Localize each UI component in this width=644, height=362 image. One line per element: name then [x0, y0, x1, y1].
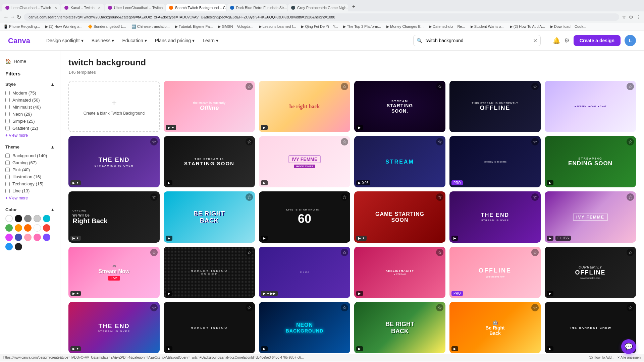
template-card-neon-bg[interactable]: NEON BACKGROUND ▶ ☆ [259, 302, 350, 353]
color-swatch-grey[interactable] [24, 215, 32, 222]
search-input[interactable] [413, 35, 541, 46]
bookmark-qing[interactable]: ▶ Qing Fei De Yi – Y... [301, 24, 338, 29]
template-card-ivy-femme[interactable]: IVY FEMME GOOD TIMES ▶ ☆ [259, 136, 350, 187]
bell-icon[interactable]: 🔔 [553, 37, 560, 44]
canva-logo[interactable]: Canva [8, 36, 35, 45]
template-card-ivy-purple[interactable]: IVY FEMME ▶ ELLIBS ☆ [545, 191, 636, 243]
filter-gradient[interactable]: Gradient (22) [5, 125, 55, 132]
browser-tab-5[interactable]: Dark Blue Retro Futuristic Str... ✕ [227, 4, 287, 11]
nav-education[interactable]: Education ▾ [119, 36, 150, 45]
color-swatch-violet[interactable] [43, 234, 50, 241]
template-card-stream-grid[interactable]: STREAM ▶ 0:06 ☆ [354, 136, 445, 187]
theme-view-more[interactable]: + View more [5, 194, 55, 202]
template-card-be-right-back-warm[interactable]: be right back ▶ ☆ [259, 81, 350, 132]
nav-business[interactable]: Business ▾ [88, 36, 118, 45]
filter-background[interactable]: Background (140) [5, 152, 55, 159]
close-notification[interactable]: ✕ Alle anzeigen [617, 356, 641, 359]
template-card-the-end-purple2[interactable]: THE END STREAM IS OVER ▶ ☆ [449, 191, 541, 243]
style-section-header[interactable]: Style ▲ [5, 82, 55, 87]
color-swatch-cyan[interactable] [43, 215, 50, 222]
browser-tab-2[interactable]: Kanal – Twitch ✕ [61, 4, 104, 11]
template-card-offline-pink[interactable]: the stream is currently Offline ▶ ✦ ☆ [164, 81, 255, 132]
color-swatch-purple[interactable] [5, 234, 13, 241]
bookmark-tutorial[interactable]: ▶ Tutorial: Eigene Fa... [175, 24, 213, 29]
search-clear-icon[interactable]: ✕ [533, 37, 537, 44]
template-card-offline-pink2[interactable]: OFFLINE you can live now PRO ☆ [449, 247, 541, 298]
template-card-be-right-back-green[interactable]: BE RIGHT BACK ▶ ☆ [354, 302, 445, 353]
bookmark-gmsn[interactable]: ▶ GMSN – Vologda... [218, 24, 253, 29]
create-blank-card[interactable]: + Create a blank Twitch Background [68, 81, 160, 132]
bookmark-apps[interactable]: 📱 Phone Recycling... [3, 24, 40, 29]
filter-minimalist[interactable]: Minimalist (40) [5, 104, 55, 111]
bookmark-lessons[interactable]: ▶ Lessons Learned f... [259, 24, 296, 29]
menu-icon[interactable]: ⋮ [636, 14, 641, 20]
template-card-countdown[interactable]: LIVE IS STARTING IN... 60 ▶ ☆ [259, 191, 350, 243]
template-card-harley2[interactable]: HARLEY INDIGO ▶ ☆ [164, 302, 255, 353]
browser-tab-3[interactable]: Über LeonChaudhari – Twitch ✕ [105, 4, 165, 11]
color-swatch-hotpink[interactable] [34, 234, 41, 241]
template-card-currently-offline[interactable]: CURRENTLY OFFLINE www.website.com ▶ ☆ [545, 247, 636, 298]
extension-icon[interactable]: ⚙ [629, 14, 633, 20]
color-swatch-blue[interactable] [15, 234, 22, 241]
color-swatch-white2[interactable] [34, 224, 41, 232]
bookmark-student[interactable]: ▶ Student Wants a... [471, 24, 504, 29]
bookmark-sonder[interactable]: 🔶 Sonderangebot! L... [88, 24, 126, 29]
bookmark-icon[interactable]: ☆ [622, 14, 626, 20]
template-card-be-right-back-bot[interactable]: 🤖 Be Right Back ▶ ☆ [449, 302, 541, 353]
template-card-the-end-gradient[interactable]: THE END STREAM IS OVER ▶ ✦ ☆ [68, 302, 160, 353]
color-swatch-orange[interactable] [15, 224, 22, 232]
back-button[interactable]: ← [3, 14, 9, 20]
browser-tab-6[interactable]: Grey Photocentric Game Nigh... ✕ [288, 4, 348, 11]
bookmark-datenschutz[interactable]: ▶ Datenschutz – Re... [429, 24, 465, 29]
template-card-game-starting-soon[interactable]: GAME STARTING SOON ▶ ✦ ☆ [354, 191, 445, 243]
reload-button[interactable]: ↻ [17, 14, 21, 20]
create-design-button[interactable]: Create a design [574, 35, 621, 46]
color-swatch-black[interactable] [15, 215, 22, 222]
template-card-we-right-back[interactable]: OFFLINE We Will Be Right Back ▶ ✦ ☆ [68, 191, 160, 243]
bookmark-money[interactable]: ▶ Money Changes E... [386, 24, 424, 29]
filter-neon[interactable]: Neon (29) [5, 111, 55, 118]
template-card-starting-soon-dark[interactable]: THE STREAM IS STARTING SOON ▶ ☆ [164, 136, 255, 187]
color-swatch-darkgrey[interactable] [15, 243, 22, 250]
template-card-the-end-purple[interactable]: THE END STREAMING IS OVER ▶ ✦ ☆ [68, 136, 160, 187]
bookmark-working[interactable]: ▶ (1) How Working a... [45, 24, 83, 29]
color-swatch-white[interactable] [5, 215, 13, 222]
bookmark-download[interactable]: ▶ Download – Cook... [550, 24, 586, 29]
color-swatch-pink[interactable] [24, 234, 32, 241]
template-card-keeli-pink[interactable]: KEELINTHACITY ● STREAM ▶ ☆ [354, 247, 445, 298]
filter-animated[interactable]: Animated (50) [5, 97, 55, 104]
color-swatch-lightgrey[interactable] [34, 215, 41, 222]
nav-design-spotlight[interactable]: Design spotlight ▾ [43, 36, 87, 45]
template-card-purple-waves[interactable]: ELLIBS ▶ ✦ ▶▶ ☆ [259, 247, 350, 298]
avatar[interactable]: L [625, 35, 636, 46]
filter-line[interactable]: Line (13) [5, 187, 55, 194]
template-card-purple-pastel[interactable]: ■ SCREEN■ CAM■ CHAT ☆ [545, 81, 636, 132]
template-card-offline-dark[interactable]: THIS STREAM IS CURRENTLY OFFLINE ☆ [449, 81, 541, 132]
nav-learn[interactable]: Learn ▾ [199, 36, 222, 45]
filter-simple[interactable]: Simple (25) [5, 118, 55, 125]
settings-icon[interactable]: ⚙ [564, 37, 570, 44]
new-tab-button[interactable]: + [349, 2, 359, 11]
template-card-starting-soon-neon[interactable]: STREAM STARTING SOON. ▶ ☆ [354, 81, 445, 132]
color-section-header[interactable]: Color ▲ [5, 207, 55, 212]
color-swatch-green[interactable] [5, 224, 13, 232]
browser-tab-1[interactable]: LeonChaudhari – Twitch ✕ [2, 4, 60, 11]
forward-button[interactable]: → [10, 14, 15, 20]
template-card-shooting-star[interactable]: dreamy lo-fi beats PRO ☆ [449, 136, 541, 187]
theme-section-header[interactable]: Theme ▲ [5, 144, 55, 149]
filter-gaming[interactable]: Gaming (67) [5, 159, 55, 166]
color-swatch-lightblue[interactable] [5, 243, 13, 250]
template-card-be-right-back-teal[interactable]: BE RIGHT BACK ▶ ☆ [164, 191, 255, 243]
style-view-more[interactable]: + View more [5, 132, 55, 139]
template-card-ending-soon[interactable]: STREAMING ENDING SOON ▶ ☆ [545, 136, 636, 187]
template-card-harley-dark[interactable]: HARLEY INDIGO ON FIRE ▶ ☆ [164, 247, 255, 298]
filter-illustration[interactable]: Illustration (16) [5, 173, 55, 180]
bookmark-howtoadd[interactable]: ▶ (2) How To Add A... [510, 24, 545, 29]
filter-pink[interactable]: Pink (40) [5, 166, 55, 173]
nav-plans-pricing[interactable]: Plans and pricing ▾ [152, 36, 198, 45]
sidebar-home[interactable]: 🏠 Home [0, 56, 60, 67]
browser-tab-4[interactable]: Search Twitch Background – C... ✕ [166, 4, 226, 11]
chat-button[interactable]: 💬 [621, 339, 636, 354]
address-bar[interactable]: canva.com/search/templates?q=Twitch%20Ba… [24, 13, 619, 21]
color-swatch-red[interactable] [43, 224, 50, 232]
